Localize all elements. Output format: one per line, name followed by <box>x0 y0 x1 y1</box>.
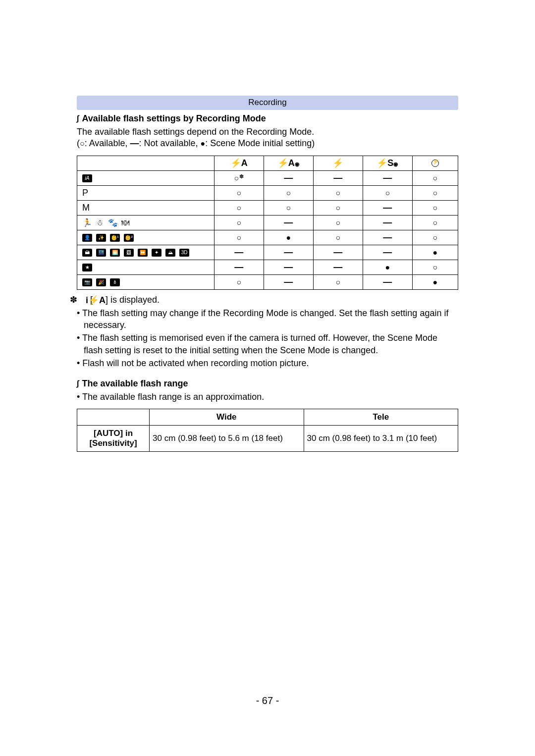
range-rowhead-l1: [AUTO] in <box>94 429 133 438</box>
mode-scene-group-landscapes: 🏔 🌃 🌅 🖼 ⏩ ✦ ⛰ 3D <box>77 245 214 260</box>
range-hdr-wide: Wide <box>150 409 304 426</box>
flash-hdr-forced-on-icon: ⚡ <box>313 156 363 170</box>
scene-portrait-icon: 👤 <box>82 234 92 242</box>
cell: ○ <box>313 185 363 200</box>
cell: ○ <box>412 260 458 274</box>
cell: ○ <box>214 274 264 289</box>
range-tele-value: 30 cm (0.98 feet) to 3.1 m (10 feet) <box>304 426 458 452</box>
mode-iA-icon: iA <box>77 170 214 185</box>
cell: ○ <box>313 230 363 245</box>
cell: — <box>264 260 313 274</box>
cell: — <box>363 245 412 260</box>
table-row: P ○ ○ ○ ○ ○ <box>77 185 458 200</box>
cell: — <box>313 170 363 185</box>
section1-legend: (○: Available, —: Not available, ●: Scen… <box>77 138 458 149</box>
mode-scene-group-1: 🏃 ☃ 🐾 🍽 <box>77 215 214 230</box>
cell: — <box>313 245 363 260</box>
scene-panorama-icon: ⛰ <box>165 249 175 257</box>
mode-P: P <box>77 185 214 200</box>
footnote-text: ] is displayed. <box>106 295 160 305</box>
footnote: ✽ [i⚡A] is displayed. <box>77 294 458 306</box>
cell: ○ <box>214 185 264 200</box>
flash-range-table: Wide Tele [AUTO] in [Sensitivity] 30 cm … <box>77 409 458 452</box>
note-text: The flash setting may change if the Reco… <box>82 308 448 330</box>
scene-pet-icon: 🐾 <box>108 218 117 227</box>
cell: ○ <box>313 274 363 289</box>
scene-hispeed-icon: ⏩ <box>138 249 148 257</box>
range-hdr-tele: Tele <box>304 409 458 426</box>
cell: ○ <box>313 215 363 230</box>
note-item: • Flash will not be activated when recor… <box>77 357 458 369</box>
cell: — <box>363 230 412 245</box>
scene-soft-skin-icon: ✨ <box>96 234 106 242</box>
content-column: Recording ∫Available flash settings by R… <box>77 96 458 452</box>
flash-hdr-empty <box>77 156 214 170</box>
circle-legend-icon: ○ <box>80 139 85 148</box>
cell: — <box>264 170 313 185</box>
flash-hdr-forced-off-icon <box>412 156 458 170</box>
range-wide-value: 30 cm (0.98 feet) to 5.6 m (18 feet) <box>150 426 304 452</box>
flash-hdr-auto-icon: ⚡A <box>214 156 264 170</box>
scene-night-portrait-icon: ★👤 <box>82 264 92 271</box>
cell: ○ <box>412 185 458 200</box>
section1-heading: ∫Available flash settings by Recording M… <box>77 113 458 124</box>
scene-sports-icon: 🏃 <box>82 218 91 227</box>
table-row: 👤 ✨ 👶¹ 👶² ○ ● ○ — ○ <box>77 230 458 245</box>
section2-heading-text: The available flash range <box>82 378 188 388</box>
cell: ○ <box>412 200 458 215</box>
iflash-auto-icon: i⚡A <box>93 294 106 306</box>
section2-intro: • The available flash range is an approx… <box>77 391 458 403</box>
cell: ○✽ <box>214 170 264 185</box>
square-bullet-icon: ∫ <box>77 113 79 124</box>
mode-scene-group-misc: 📷 🎉 🕯 <box>77 274 214 289</box>
note-text: Flash will not be activated when recordi… <box>82 358 309 368</box>
cell: ● <box>264 230 313 245</box>
flash-hdr-auto-redeye-icon: ⚡A◉ <box>264 156 313 170</box>
cell: ● <box>412 245 458 260</box>
range-rowhead-l2: [Sensitivity] <box>89 438 137 448</box>
section1-notes: ✽ [i⚡A] is displayed. • The flash settin… <box>77 294 458 370</box>
cell: ○ <box>264 185 313 200</box>
table-row: M ○ ○ ○ — ○ <box>77 200 458 215</box>
scene-sunset-icon: 🌅 <box>110 249 120 257</box>
scene-baby1-icon: 👶¹ <box>110 234 120 242</box>
cell: — <box>363 274 412 289</box>
cell: ○ <box>214 215 264 230</box>
dash-legend-icon: — <box>130 138 139 148</box>
cell: ● <box>412 274 458 289</box>
cell: ○ <box>363 185 412 200</box>
mode-scene-night-portrait: ★👤 <box>77 260 214 274</box>
table-row: ★👤 — — — ● ○ <box>77 260 458 274</box>
square-bullet-icon: ∫ <box>77 378 79 389</box>
cell: — <box>363 215 412 230</box>
cell: — <box>214 260 264 274</box>
section1-heading-text: Available flash settings by Recording Mo… <box>82 113 266 123</box>
note-text: The flash setting is memorised even if t… <box>82 333 437 355</box>
legend-available: : Available, <box>85 138 130 148</box>
cell: — <box>363 170 412 185</box>
cell: ● <box>363 260 412 274</box>
scene-3d-icon: 3D <box>179 249 189 257</box>
section2-intro-text: The available flash range is an approxim… <box>82 392 264 402</box>
section1-intro: The available flash settings depend on t… <box>77 126 458 138</box>
cell: ○ <box>412 230 458 245</box>
section2-heading: ∫The available flash range <box>77 378 458 389</box>
cell: ○ <box>214 200 264 215</box>
table-row: 📷 🎉 🕯 ○ — ○ — ● <box>77 274 458 289</box>
mode-scene-group-portraits: 👤 ✨ 👶¹ 👶² <box>77 230 214 245</box>
scene-glass-icon: 🖼 <box>124 249 134 257</box>
cell: — <box>214 245 264 260</box>
scene-candle-icon: 🕯 <box>110 278 120 286</box>
scene-baby2-icon: 👶² <box>124 234 134 242</box>
table-row: iA ○✽ — — — ○ <box>77 170 458 185</box>
note-item: • The flash setting may change if the Re… <box>77 307 458 331</box>
cell: — <box>363 200 412 215</box>
cell: ○ <box>214 230 264 245</box>
cell: ○ <box>412 215 458 230</box>
cell: ○ <box>264 200 313 215</box>
flash-settings-table: ⚡A ⚡A◉ ⚡ ⚡S◉ iA ○✽ <box>77 156 458 290</box>
cell: — <box>264 245 313 260</box>
flash-table-header-row: ⚡A ⚡A◉ ⚡ ⚡S◉ <box>77 156 458 170</box>
page-number: - 67 - <box>0 695 535 706</box>
filled-legend-icon: ● <box>200 139 205 148</box>
